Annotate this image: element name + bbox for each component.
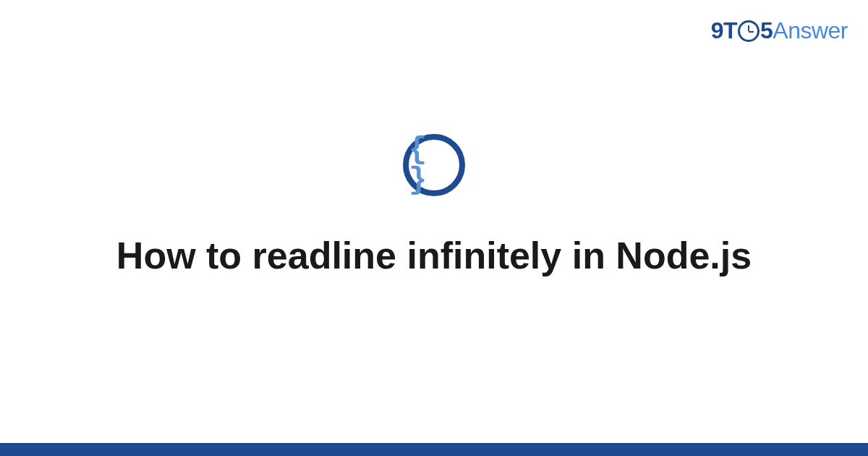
category-icon-circle: { }	[403, 134, 465, 196]
question-title: How to readline infinitely in Node.js	[116, 232, 752, 279]
code-braces-icon: { }	[409, 135, 459, 195]
main-content: { } How to readline infinitely in Node.j…	[0, 0, 868, 456]
footer-bar	[0, 443, 868, 456]
